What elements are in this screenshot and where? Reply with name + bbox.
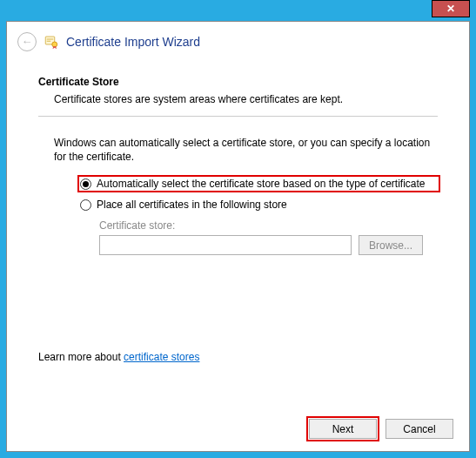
radio-auto-label: Automatically select the certificate sto… [97, 178, 426, 190]
close-icon: ✕ [446, 3, 455, 15]
back-button[interactable]: ← [17, 32, 37, 51]
radio-icon [80, 199, 91, 211]
learn-more-prefix: Learn more about [38, 351, 124, 363]
window-titlebar: ✕ [0, 0, 476, 21]
back-arrow-icon: ← [22, 36, 33, 47]
certificate-store-group: Certificate store: Browse... [99, 219, 438, 255]
radio-auto-select[interactable]: Automatically select the certificate sto… [80, 178, 438, 190]
wizard-header: ← Certificate Import Wizard [7, 22, 469, 57]
radio-icon [80, 178, 91, 190]
wizard-body: Certificate Store Certificate stores are… [7, 57, 469, 410]
section-heading: Certificate Store [38, 76, 438, 88]
wizard-title: Certificate Import Wizard [66, 35, 200, 49]
browse-button: Browse... [359, 235, 423, 255]
cancel-button[interactable]: Cancel [385, 419, 453, 439]
section-description: Certificate stores are system areas wher… [54, 93, 438, 105]
learn-more-link[interactable]: certificate stores [124, 351, 199, 363]
svg-point-1 [52, 42, 57, 47]
instruction-text: Windows can automatically select a certi… [54, 136, 438, 164]
learn-more-row: Learn more about certificate stores [38, 351, 438, 363]
certificate-wizard-icon [44, 34, 59, 50]
wizard-window: ← Certificate Import Wizard Certificate … [6, 21, 470, 452]
radio-manual-select[interactable]: Place all certificates in the following … [80, 199, 438, 211]
radio-manual-label: Place all certificates in the following … [97, 199, 287, 211]
certificate-store-label: Certificate store: [99, 219, 438, 232]
certificate-store-input [99, 235, 352, 255]
section-divider [38, 116, 438, 117]
wizard-footer: Next Cancel [7, 410, 469, 451]
next-button[interactable]: Next [309, 419, 377, 439]
close-button[interactable]: ✕ [432, 0, 470, 17]
